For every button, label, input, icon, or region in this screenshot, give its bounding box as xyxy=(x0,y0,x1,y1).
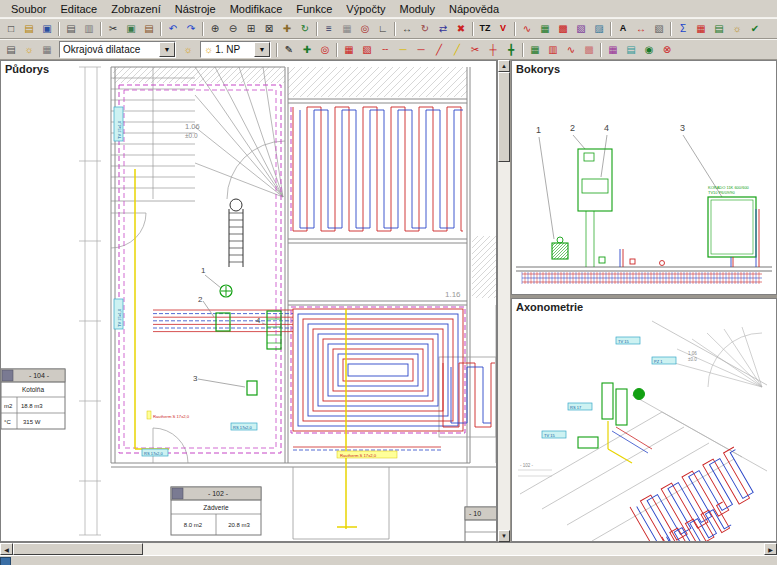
svg-text:- 102 -: - 102 - xyxy=(520,463,534,468)
horizontal-scroll-thumb[interactable] xyxy=(13,543,143,555)
snap-icon[interactable]: ◎ xyxy=(356,20,374,37)
quick-print-icon[interactable]: ▤ xyxy=(2,41,20,58)
zoom-extents-icon[interactable]: ⊠ xyxy=(260,20,278,37)
calculation-icon[interactable]: Σ xyxy=(674,20,692,37)
paste-icon[interactable]: ▤ xyxy=(140,20,158,37)
check-icon[interactable]: ✔ xyxy=(746,20,764,37)
grid-toggle-icon[interactable]: ▦ xyxy=(338,20,356,37)
new-file-icon[interactable]: □ xyxy=(2,20,20,37)
open-folder-icon[interactable]: ▤ xyxy=(20,20,38,37)
menu-item-soubor[interactable]: Soubor xyxy=(4,2,53,16)
draw-pen-icon[interactable]: ✎ xyxy=(280,41,298,58)
zoom-out-icon[interactable]: ⊖ xyxy=(224,20,242,37)
mesh-zone-icon[interactable]: ▦ xyxy=(340,41,358,58)
svg-text:TV 15x1,0: TV 15x1,0 xyxy=(117,308,122,327)
small-grid-icon[interactable]: ▦ xyxy=(604,41,622,58)
floor-combo[interactable]: ☼ 1. NP ▼ xyxy=(200,41,271,58)
hatch-tool-icon[interactable]: ▧ xyxy=(650,20,668,37)
cut-icon[interactable]: ✂ xyxy=(104,20,122,37)
save-disk-icon[interactable]: ▣ xyxy=(38,20,56,37)
mirror-icon[interactable]: ⇄ xyxy=(434,20,452,37)
radiator-table-icon[interactable]: ▦ xyxy=(536,20,554,37)
module-tz-icon[interactable]: TZ xyxy=(476,20,494,37)
menu-item-nastroje[interactable]: Nástroje xyxy=(168,2,223,16)
move-icon[interactable]: ↔ xyxy=(398,20,416,37)
settings-icon[interactable]: ☼ xyxy=(728,20,746,37)
menu-item-vypocty[interactable]: Výpočty xyxy=(339,2,392,16)
svg-text:RS 17: RS 17 xyxy=(570,405,582,410)
undo-icon[interactable]: ↶ xyxy=(164,20,182,37)
slash-yellow-icon[interactable]: ╱ xyxy=(448,41,466,58)
layers-icon[interactable]: ≡ xyxy=(320,20,338,37)
scroll-right-arrow-icon[interactable]: ▶ xyxy=(764,543,777,555)
delete-icon[interactable]: ✖ xyxy=(452,20,470,37)
copy-icon[interactable]: ▣ xyxy=(122,20,140,37)
edge-dilatation-combo[interactable]: Okrajová dilatace ▼ xyxy=(59,41,176,58)
layer-manager-icon[interactable]: ▦ xyxy=(38,41,56,58)
floor-heating-icon[interactable]: ▩ xyxy=(554,20,572,37)
toolbar2-left-group: ▤☼▦ xyxy=(2,41,56,58)
svg-text:TV 15: TV 15 xyxy=(618,339,629,344)
pan-icon[interactable]: ✚ xyxy=(278,20,296,37)
axonometry-drawing[interactable]: TV 15RS 17TV 15PZ 11.06±0.0- 102 - xyxy=(512,299,777,542)
menu-item-moduly[interactable]: Moduly xyxy=(392,2,441,16)
materials-icon[interactable]: ▨ xyxy=(590,20,608,37)
scheme-icon[interactable]: ▧ xyxy=(572,20,590,37)
vertical-scroll-thumb[interactable] xyxy=(498,72,510,162)
svg-text:Rautherm S 17x2,0: Rautherm S 17x2,0 xyxy=(340,453,377,458)
module-v-icon[interactable]: V xyxy=(494,20,512,37)
redraw-icon[interactable]: ↻ xyxy=(296,20,314,37)
combo-dropdown-arrow-icon[interactable]: ▼ xyxy=(159,42,175,57)
zoom-in-icon[interactable]: ⊕ xyxy=(206,20,224,37)
dashed-line-icon[interactable]: ╌ xyxy=(376,41,394,58)
floor-bulb-icon[interactable]: ☼ xyxy=(179,41,197,58)
menu-item-napoveda[interactable]: Nápověda xyxy=(442,2,506,16)
small-table-icon[interactable]: ▤ xyxy=(622,41,640,58)
yellow-line-icon[interactable]: ─ xyxy=(394,41,412,58)
target-snap-icon[interactable]: ◎ xyxy=(316,41,334,58)
cut-pipe-icon[interactable]: ✂ xyxy=(466,41,484,58)
menu-item-modifikace[interactable]: Modifikace xyxy=(223,2,290,16)
mesh-edge-icon[interactable]: ▧ xyxy=(358,41,376,58)
menu-item-editace[interactable]: Editace xyxy=(53,2,104,16)
combo-dropdown-arrow-icon[interactable]: ▼ xyxy=(254,42,270,57)
side-view-panel: Bokorys 1243KORADO 11K 600/600TV10 P6/09… xyxy=(511,60,777,295)
pump-icon[interactable]: ◉ xyxy=(640,41,658,58)
scroll-left-arrow-icon[interactable]: ◀ xyxy=(0,543,13,555)
svg-text:3: 3 xyxy=(193,374,198,383)
zoom-window-icon[interactable]: ⊞ xyxy=(242,20,260,37)
toolbar-separator xyxy=(276,43,278,57)
svg-text:PZ 1: PZ 1 xyxy=(654,359,663,364)
scroll-down-arrow-icon[interactable]: ▼ xyxy=(498,530,510,542)
svg-text:1: 1 xyxy=(536,125,541,135)
red-line-icon[interactable]: ─ xyxy=(412,41,430,58)
dimension-icon[interactable]: ↔ xyxy=(632,20,650,37)
print-icon[interactable]: ▤ xyxy=(62,20,80,37)
text-tool-icon[interactable]: A xyxy=(614,20,632,37)
menu-item-zobrazeni[interactable]: Zobrazení xyxy=(104,2,168,16)
pipe-network-icon[interactable]: ∿ xyxy=(518,20,536,37)
join-pipe-icon[interactable]: ┼ xyxy=(484,41,502,58)
print-preview-icon[interactable]: ▥ xyxy=(80,20,98,37)
branch-pipe-icon[interactable]: ╋ xyxy=(502,41,520,58)
zone-icon[interactable]: ▩ xyxy=(580,41,598,58)
table-green-icon[interactable]: ▦ xyxy=(526,41,544,58)
plan-vertical-scrollbar[interactable]: ▲ ▼ xyxy=(497,60,510,542)
rotate-icon[interactable]: ↻ xyxy=(416,20,434,37)
horizontal-scrollbar[interactable]: ◀ ▶ xyxy=(0,542,777,555)
scroll-up-arrow-icon[interactable]: ▲ xyxy=(498,60,510,72)
floor-plan-drawing[interactable]: 12341.06±0.01.16Rautherm S 17x2,0Rauther… xyxy=(1,61,497,542)
results-table-icon[interactable]: ▦ xyxy=(692,20,710,37)
table-red-icon[interactable]: ▥ xyxy=(544,41,562,58)
side-view-drawing[interactable]: 1243KORADO 11K 600/600TV10 P6/09/90 xyxy=(512,61,777,295)
layer-bulb-icon[interactable]: ☼ xyxy=(20,41,38,58)
slash-red-icon[interactable]: ╱ xyxy=(430,41,448,58)
add-element-icon[interactable]: ✚ xyxy=(298,41,316,58)
coil-icon[interactable]: ∿ xyxy=(562,41,580,58)
redo-icon[interactable]: ↷ xyxy=(182,20,200,37)
svg-text:1.06: 1.06 xyxy=(185,122,200,131)
legend-icon[interactable]: ▤ xyxy=(710,20,728,37)
ortho-icon[interactable]: ∟ xyxy=(374,20,392,37)
valve-icon[interactable]: ⊗ xyxy=(658,41,676,58)
menu-item-funkce[interactable]: Funkce xyxy=(289,2,339,16)
